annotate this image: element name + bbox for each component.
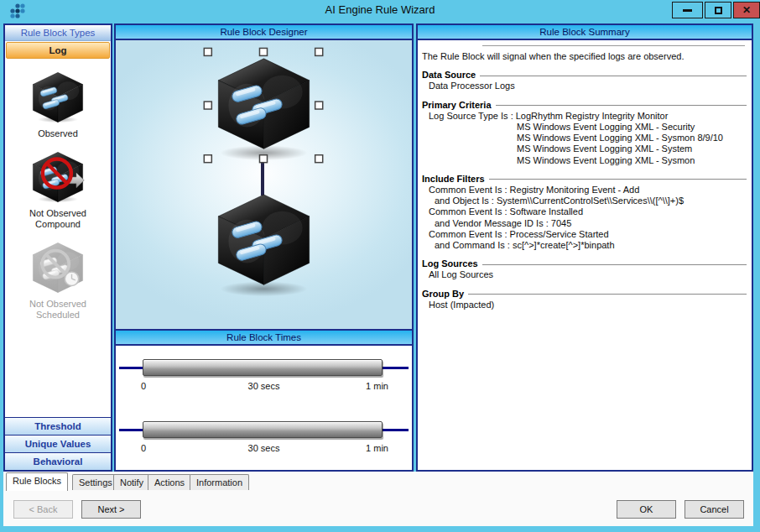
rule-type-label: Not Observed Compound: [19, 208, 96, 230]
rule-type-label: Not Observed Scheduled: [19, 299, 96, 321]
time-slider-bar[interactable]: [143, 421, 383, 438]
slider-max-label: 1 min: [366, 381, 388, 391]
section-title-primary-criteria: Primary Criteria: [422, 100, 747, 111]
tab-settings[interactable]: Settings: [72, 474, 119, 490]
slider-max-label: 1 min: [366, 443, 388, 453]
summary-line: Common Event Is : Registry Monitoring Ev…: [422, 185, 747, 196]
rule-block-designer-panel: Rule Block Designer R: [114, 23, 414, 472]
summary-body: The Rule Block will signal when the spec…: [418, 40, 752, 310]
wizard-window: AI Engine Rule Wizard ✕ Rule Block Types…: [0, 0, 760, 532]
summary-header: Rule Block Summary: [418, 25, 752, 40]
close-button[interactable]: ✕: [733, 2, 760, 18]
times-header: Rule Block Times: [116, 331, 412, 346]
selection-handle[interactable]: [204, 48, 211, 55]
threshold-group-button[interactable]: Threshold: [5, 417, 111, 435]
summary-line: Common Event Is : Process/Service Starte…: [422, 229, 747, 240]
section-title-log-sources: Log Sources: [422, 258, 747, 269]
summary-line: Data Processor Logs: [422, 81, 747, 91]
selection-handle[interactable]: [204, 155, 211, 163]
selection-handle[interactable]: [315, 102, 323, 109]
minimize-icon: [683, 9, 692, 12]
summary-line: MS Windows Event Logging XML - Sysmon 8/…: [422, 133, 747, 143]
maximize-icon: [715, 7, 722, 14]
selection-handle[interactable]: [204, 102, 211, 109]
summary-line: and Command Is : sc[^>]*create[^>]*binpa…: [422, 240, 747, 251]
not-observed-scheduled-icon: [30, 242, 86, 294]
behavioral-group-button[interactable]: Behavioral: [5, 452, 111, 470]
observed-cube-icon: [30, 71, 86, 123]
rule-block-summary-panel: Rule Block Summary The Rule Block will s…: [416, 23, 753, 472]
selection-handle[interactable]: [259, 48, 267, 55]
rule-type-observed[interactable]: Observed: [5, 71, 111, 139]
summary-line: Common Event Is : Software Installed: [422, 206, 747, 217]
summary-line: Host (Impacted): [422, 300, 747, 310]
rule-block-types-panel: Rule Block Types Log Observed Not Observ…: [3, 23, 112, 472]
window-title: AI Engine Rule Wizard: [0, 3, 760, 16]
summary-line: MS Windows Event Logging XML - System: [422, 143, 747, 154]
summary-line: Log Source Type Is : LogRhythm Registry …: [422, 111, 747, 122]
time-slider-1: 0 30 secs 1 min: [117, 358, 410, 397]
time-slider-bar[interactable]: [143, 359, 383, 376]
tab-rule-blocks[interactable]: Rule Blocks: [6, 472, 68, 491]
maximize-button[interactable]: [705, 2, 731, 18]
summary-line: and Vendor Message ID Is : 7045: [422, 218, 747, 229]
rule-type-not-observed-scheduled: Not Observed Scheduled: [5, 242, 111, 321]
section-title-data-source: Data Source: [422, 70, 747, 81]
log-group-button[interactable]: Log: [6, 42, 110, 59]
unique-values-group-button[interactable]: Unique Values: [5, 435, 111, 452]
section-title-include-filters: Include Filters: [422, 174, 747, 185]
titlebar: AI Engine Rule Wizard ✕: [0, 0, 760, 21]
summary-line: All Log Sources: [422, 269, 747, 280]
selection-handle[interactable]: [315, 48, 323, 55]
summary-intro: The Rule Block will signal when the spec…: [422, 51, 747, 62]
designer-header: Rule Block Designer: [116, 25, 412, 40]
designer-canvas[interactable]: [116, 40, 412, 331]
rule-block-cube-bottom[interactable]: [218, 195, 309, 284]
bottom-bar: Rule Blocks Settings Notify Actions Info…: [3, 472, 753, 526]
summary-line: MS Windows Event Logging XML - Sysmon: [422, 155, 747, 166]
section-title-group-by: Group By: [422, 289, 747, 300]
tab-information[interactable]: Information: [190, 474, 249, 490]
rule-type-label: Observed: [19, 128, 96, 139]
tab-notify[interactable]: Notify: [113, 474, 150, 490]
selection-handle[interactable]: [315, 155, 323, 163]
rule-type-not-observed-compound[interactable]: Not Observed Compound: [5, 151, 111, 230]
next-button[interactable]: Next >: [81, 500, 141, 519]
ok-button[interactable]: OK: [617, 500, 676, 519]
rule-block-types-header: Rule Block Types: [5, 25, 111, 41]
minimize-button[interactable]: [672, 2, 703, 18]
summary-line: MS Windows Event Logging XML - Security: [422, 122, 747, 133]
divider: [482, 45, 745, 46]
rule-block-times-body: 0 30 secs 1 min 0 30 secs 1 min: [116, 346, 412, 468]
selection-handle[interactable]: [259, 155, 267, 163]
tab-actions[interactable]: Actions: [148, 474, 191, 490]
back-button[interactable]: < Back: [13, 500, 73, 519]
summary-line: and Object Is : System\\CurrentControlSe…: [422, 196, 747, 206]
time-slider-2: 0 30 secs 1 min: [117, 420, 410, 459]
rule-block-cube-top[interactable]: [218, 59, 309, 149]
connector-line: [261, 162, 264, 196]
not-observed-compound-icon: [30, 151, 86, 203]
cancel-button[interactable]: Cancel: [685, 500, 744, 519]
